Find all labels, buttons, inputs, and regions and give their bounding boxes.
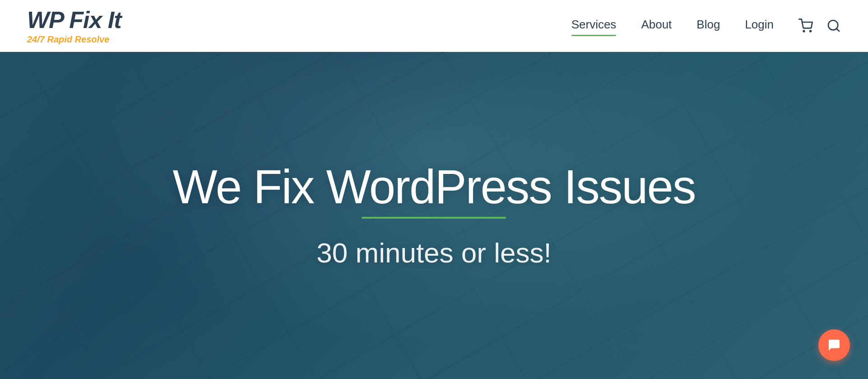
hero-title-underline bbox=[362, 217, 506, 219]
site-header: WP Fix It 24/7 Rapid Resolve Services Ab… bbox=[0, 0, 868, 52]
hero-content: We Fix WordPress Issues 30 minutes or le… bbox=[173, 162, 696, 268]
cart-icon bbox=[798, 19, 813, 33]
svg-point-1 bbox=[810, 31, 811, 32]
cart-button[interactable] bbox=[798, 19, 813, 33]
nav-about[interactable]: About bbox=[641, 18, 672, 34]
nav-services[interactable]: Services bbox=[571, 18, 617, 34]
chat-icon bbox=[827, 338, 841, 352]
hero-section: We Fix WordPress Issues 30 minutes or le… bbox=[0, 52, 868, 379]
hero-subtitle: 30 minutes or less! bbox=[173, 237, 696, 269]
nav-login[interactable]: Login bbox=[745, 18, 774, 34]
svg-line-3 bbox=[836, 28, 839, 31]
chat-button[interactable] bbox=[818, 329, 850, 361]
logo[interactable]: WP Fix It 24/7 Rapid Resolve bbox=[27, 7, 121, 44]
search-icon bbox=[826, 19, 841, 33]
logo-tagline-text: 24/7 Rapid Resolve bbox=[27, 34, 121, 44]
svg-point-0 bbox=[803, 31, 805, 32]
main-nav: Services About Blog Login bbox=[571, 18, 841, 34]
logo-main-text: WP Fix It bbox=[27, 7, 121, 33]
search-button[interactable] bbox=[826, 19, 841, 33]
nav-icons bbox=[798, 19, 841, 33]
nav-blog[interactable]: Blog bbox=[696, 18, 720, 34]
hero-title: We Fix WordPress Issues bbox=[173, 162, 696, 212]
